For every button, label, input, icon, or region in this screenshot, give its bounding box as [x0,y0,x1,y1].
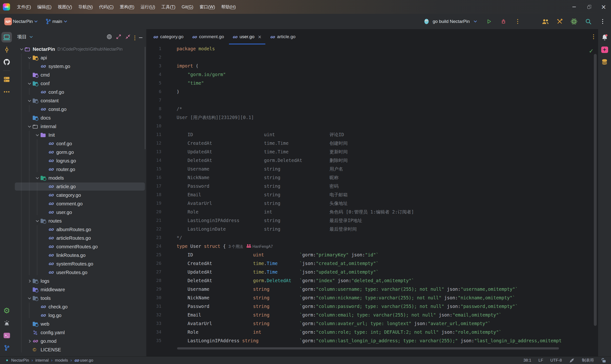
menu-item-V[interactable]: 视图(V) [55,2,75,12]
menu-item-W[interactable]: 窗口(W) [196,2,218,12]
editor-vertical-scrollbar[interactable] [594,54,597,326]
tree-scrollbar[interactable] [145,47,146,149]
chevron-down-icon[interactable] [34,134,40,136]
tree-item-comment.go[interactable]: GOcomment.go [13,199,146,208]
line-number[interactable]: 26 [146,259,161,268]
search-everywhere-button[interactable] [584,17,592,26]
tree-item-conf.go[interactable]: GOconf.go [13,139,146,148]
chevron-down-icon[interactable] [26,298,33,299]
tree-item-userRoutes.go[interactable]: GOuserRoutes.go [13,268,146,277]
chevron-down-icon[interactable] [26,83,33,84]
tab-bar-more-button[interactable] [593,29,598,44]
chevron-down-icon[interactable] [26,126,33,127]
line-number[interactable]: 17 [146,182,161,190]
line-number[interactable]: 21 [146,216,161,225]
line-number[interactable]: 4 [146,70,161,79]
line-number[interactable]: 35 [146,336,161,345]
run-configuration[interactable]: go build NectarPin [433,19,470,24]
line-number[interactable]: 7 [146,96,161,104]
line-number[interactable]: 11 [146,130,161,139]
indent-style[interactable]: 制表符 [582,358,594,363]
line-number[interactable]: 9 [146,113,161,122]
breadcrumb-item-user.go[interactable]: GO user.go [74,358,93,363]
main-menu-button[interactable] [598,17,607,26]
tree-item-system.go[interactable]: GOsystem.go [13,62,146,71]
line-number[interactable]: 28 [146,276,161,285]
inspections-off-icon[interactable] [569,358,575,363]
line-number[interactable]: 13 [146,147,161,156]
rail-button-terminal[interactable]: >_ [1,330,12,341]
tree-item-config.yaml[interactable]: config.yaml [13,328,146,337]
rail-button-services[interactable] [1,74,12,85]
close-button[interactable]: × [596,0,611,14]
close-icon[interactable]: × [258,34,262,39]
menu-item-R[interactable]: 重构(R) [117,2,137,12]
menu-item-H[interactable]: 帮助(H) [218,2,239,12]
rail-button-more-tool-windows[interactable] [1,87,12,97]
line-number[interactable]: 33 [146,319,161,328]
panel-title[interactable]: 项目 [17,34,27,40]
line-number[interactable]: 25 [146,250,161,259]
chevron-down-icon[interactable] [26,57,33,58]
rail-button-database[interactable] [599,57,610,67]
tree-item-articleRoutes.go[interactable]: GOarticleRoutes.go [13,234,146,242]
menu-item-T[interactable]: 工具(T) [158,2,179,12]
line-number[interactable]: 6 [146,87,161,96]
line-number[interactable]: 10 [146,122,161,130]
tree-item-middleware[interactable]: middleware [13,285,146,294]
tree-item-log.go[interactable]: GOlog.go [13,311,146,320]
line-number[interactable]: 32 [146,311,161,319]
tree-item-web[interactable]: web [13,320,146,328]
tree-item-conf[interactable]: conf [13,79,146,88]
more-run-actions-button[interactable] [514,17,522,26]
line-number[interactable]: 5 [146,79,161,87]
expand-all-button[interactable] [116,34,121,39]
line-number[interactable]: 19 [146,199,161,208]
line-number[interactable]: 29 [146,285,161,293]
breadcrumb-item-models[interactable]: models [55,358,68,363]
caret-position[interactable]: 38:1 [523,358,531,363]
project-widget[interactable]: NP NectarPin [4,18,38,25]
tab-comment.go[interactable]: GOcomment.go [188,29,228,44]
line-number[interactable]: 20 [146,208,161,216]
line-number[interactable]: 22 [146,225,161,233]
minimize-button[interactable] [567,0,581,14]
plugins-button[interactable] [570,17,578,26]
menu-item-E[interactable]: 编辑(E) [34,2,55,12]
chevron-down-icon[interactable] [34,221,40,221]
menu-item-F[interactable]: 文件(F) [14,2,34,12]
menu-item-G[interactable]: Git(G) [179,3,196,11]
usages-inlay[interactable]: 3 个用法 [228,245,243,248]
line-number[interactable]: 23 [146,233,161,242]
tree-item-Init[interactable]: Init [13,131,146,139]
tree-item-linkRoutea.go[interactable]: GOlinkRoutea.go [13,251,146,260]
code-with-me-button[interactable] [541,17,549,26]
tree-item-router.go[interactable]: GOrouter.go [13,165,146,174]
tree-item-go.mod[interactable]: GOgo.mod [13,337,146,345]
tree-item-commentRoutes.go[interactable]: GOcommentRoutes.go [13,242,146,251]
chevron-down-icon[interactable] [34,178,40,179]
line-number[interactable]: 30 [146,293,161,302]
tree-item-logrus.go[interactable]: GOlogrus.go [13,156,146,165]
tab-user.go[interactable]: GOuser.go× [228,29,266,44]
line-number[interactable]: 18 [146,190,161,199]
tree-item-gorm.go[interactable]: GOgorm.go [13,148,146,156]
locate-file-button[interactable] [106,34,112,39]
menu-item-U[interactable]: 运行(U) [137,2,158,12]
line-number[interactable]: 27 [146,268,161,276]
rail-button-ai-assistant[interactable] [599,44,610,55]
editor-horizontal-scrollbar[interactable] [177,347,559,350]
tree-item-user.go[interactable]: GOuser.go [13,208,146,217]
tree-item-conf.go[interactable]: GOconf.go [13,88,146,96]
chevron-down-icon[interactable] [18,49,25,50]
menu-item-C[interactable]: 代码(C) [96,2,117,12]
run-button[interactable] [485,17,493,26]
chevron-right-icon[interactable] [26,340,33,342]
rail-button-github-pull-requests[interactable] [1,57,12,67]
tree-item-internal[interactable]: internal [13,122,146,131]
hide-panel-button[interactable] [139,35,143,39]
tree-item-NectarPin[interactable]: NectarPinD:\CodeProjects\Github\NectarPi… [13,45,146,53]
tree-item-article.go[interactable]: GOarticle.go [13,182,146,191]
breadcrumb-item-internal[interactable]: internal [35,358,49,363]
tree-item-routes[interactable]: routes [13,217,146,225]
